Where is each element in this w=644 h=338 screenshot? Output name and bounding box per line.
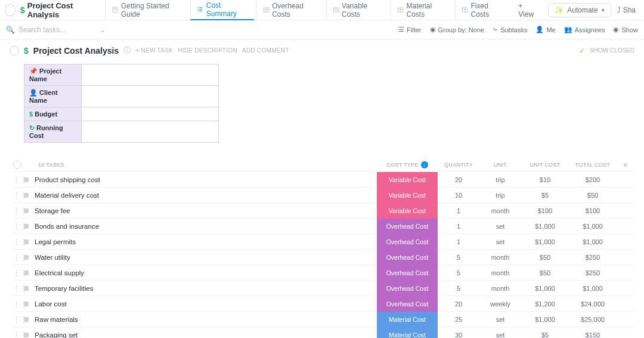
status-square-icon[interactable] [24,208,29,213]
cost-type-badge[interactable]: Overhead Cost [377,219,438,234]
task-name[interactable]: Packaging set [35,331,377,339]
status-square-icon[interactable] [24,286,29,291]
cost-type-badge[interactable]: Material Cost [377,327,438,339]
status-square-icon[interactable] [24,193,29,198]
unit-cell[interactable]: month [479,207,521,214]
quantity-cell[interactable]: 20 [438,300,479,308]
drag-handle-icon[interactable]: ⋮⋮ [13,238,24,246]
cost-type-badge[interactable]: Overhead Cost [377,296,438,312]
add-column-button[interactable]: ⊕ [617,162,634,168]
share-button[interactable]: ⤴ Sha [614,6,639,14]
unit-cell[interactable]: set [479,238,521,245]
tab-getting-started[interactable]: Getting Started Guide [105,0,188,20]
total-cost-cell[interactable]: $250 [569,254,617,261]
status-square-icon[interactable] [24,255,29,260]
quantity-cell[interactable]: 5 [438,285,479,292]
total-cost-cell[interactable]: $50 [569,192,617,199]
unit-cost-cell[interactable]: $1,000 [521,223,569,230]
col-unit[interactable]: UNIT [479,162,521,168]
task-name[interactable]: Storage fee [35,207,377,214]
task-name[interactable]: Labor cost [35,300,377,308]
subtasks-button[interactable]: ⤷Subtasks [493,26,527,33]
total-cost-cell[interactable]: $1,000 [569,223,617,230]
unit-cost-cell[interactable]: $50 [521,269,569,276]
add-comment-button[interactable]: ADD COMMENT [242,47,289,54]
unit-cell[interactable]: trip [479,176,521,183]
total-cost-cell[interactable]: $150 [569,331,617,339]
unit-cell[interactable]: set [479,223,521,230]
unit-cell[interactable]: month [479,269,521,276]
total-cost-cell[interactable]: $200 [569,176,617,183]
total-cost-cell[interactable]: $250 [569,269,617,276]
task-name[interactable]: Product shipping cost [35,176,377,183]
task-name[interactable]: Legal permits [35,238,377,245]
tab-variable-costs[interactable]: Variable Costs [326,0,388,20]
cost-type-badge[interactable]: Variable Cost [377,188,438,203]
unit-cell[interactable]: weekly [479,300,521,308]
status-square-icon[interactable] [24,333,29,337]
automate-button[interactable]: ✨ Automate ▾ [548,3,611,17]
col-unit-cost[interactable]: UNIT COST [521,162,569,168]
drag-handle-icon[interactable]: ⋮⋮ [13,284,24,293]
show-button[interactable]: ◉Show [613,26,638,33]
meta-client-name-value[interactable] [82,86,219,107]
hide-description-button[interactable]: HIDE DESCRIPTION [178,47,237,54]
status-square-icon[interactable] [24,224,29,229]
unit-cost-cell[interactable]: $5 [521,331,569,339]
tab-cost-summary[interactable]: Cost Summary [190,0,253,20]
task-name[interactable]: Material delivery cost [35,192,377,199]
task-name[interactable]: Bonds and insurance [35,223,377,230]
group-by-button[interactable]: ◉Group by: None [430,26,485,33]
task-row[interactable]: ⋮⋮Packaging setMaterial Cost30set$5$150 [13,327,634,338]
task-row[interactable]: ⋮⋮Product shipping costVariable Cost20tr… [13,171,634,187]
drag-handle-icon[interactable]: ⋮⋮ [13,207,24,215]
task-name[interactable]: Raw materials [35,316,377,323]
unit-cost-cell[interactable]: $100 [521,207,569,214]
task-row[interactable]: ⋮⋮Temporary facilitiesOverhead Cost5mont… [13,280,634,296]
chevron-down-icon[interactable]: ⌄ [100,26,106,34]
cost-type-badge[interactable]: Overhead Cost [377,281,438,296]
drag-handle-icon[interactable]: ⋮⋮ [13,191,24,199]
add-view-button[interactable]: + View [512,2,543,19]
drag-handle-icon[interactable]: ⋮⋮ [13,269,24,277]
quantity-cell[interactable]: 25 [438,316,479,323]
task-row[interactable]: ⋮⋮Legal permitsOverhead Cost1set$1,000$1… [13,233,634,249]
task-row[interactable]: ⋮⋮Storage feeVariable Cost1month$100$100 [13,202,634,218]
search-wrap[interactable]: 🔍 ⌄ [6,26,106,34]
cost-type-badge[interactable]: Overhead Cost [377,250,438,265]
unit-cost-cell[interactable]: $10 [521,176,569,183]
quantity-cell[interactable]: 1 [438,223,479,230]
drag-handle-icon[interactable]: ⋮⋮ [13,331,24,339]
unit-cost-cell[interactable]: $1,000 [521,285,569,292]
assignees-button[interactable]: 👥Assignees [564,26,605,33]
unit-cell[interactable]: trip [479,192,521,199]
task-name[interactable]: Electrical supply [35,269,377,276]
filter-button[interactable]: ☰Filter [398,26,421,33]
status-circle-icon[interactable] [13,161,21,169]
quantity-cell[interactable]: 30 [438,331,479,339]
unit-cost-cell[interactable]: $1,000 [521,238,569,245]
quantity-cell[interactable]: 20 [438,176,479,183]
quantity-cell[interactable]: 1 [438,207,479,214]
cost-type-badge[interactable]: Overhead Cost [377,234,438,250]
task-row[interactable]: ⋮⋮Electrical supplyOverhead Cost5month$5… [13,265,634,280]
task-row[interactable]: ⋮⋮Raw materialsMaterial Cost25set$1,000$… [13,311,634,327]
unit-cell[interactable]: month [479,285,521,292]
task-row[interactable]: ⋮⋮Material delivery costVariable Cost10t… [13,187,634,202]
status-square-icon[interactable] [24,177,29,182]
status-square-icon[interactable] [24,271,29,275]
total-cost-cell[interactable]: $25,000 [569,316,617,323]
tab-material-costs[interactable]: Material Costs [391,0,453,20]
task-name[interactable]: Water utility [35,254,377,261]
task-row[interactable]: ⋮⋮Bonds and insuranceOverhead Cost1set$1… [13,218,634,233]
drag-handle-icon[interactable]: ⋮⋮ [13,222,24,231]
quantity-cell[interactable]: 10 [438,192,479,199]
search-input[interactable] [18,26,78,34]
total-cost-cell[interactable]: $24,000 [569,300,617,308]
drag-handle-icon[interactable]: ⋮⋮ [13,253,24,262]
status-circle-icon[interactable] [10,46,19,56]
unit-cost-cell[interactable]: $1,000 [521,316,569,323]
show-closed-button[interactable]: SHOW CLOSED [590,47,634,54]
col-quantity[interactable]: QUANTITY [438,162,479,168]
total-cost-cell[interactable]: $1,000 [569,285,617,292]
